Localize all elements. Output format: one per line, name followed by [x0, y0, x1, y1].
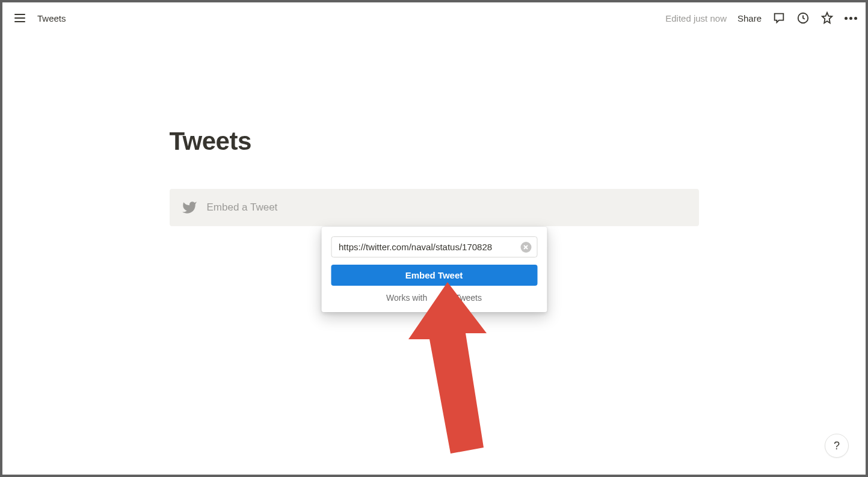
help-button[interactable]: ? [825, 434, 849, 458]
menu-icon[interactable] [14, 14, 25, 22]
updates-icon[interactable] [796, 11, 810, 25]
topbar-right: Edited just now Share [665, 11, 857, 25]
clear-input-icon[interactable] [520, 242, 531, 253]
page-title[interactable]: Tweets [170, 127, 699, 156]
popup-hint: Works with Tweets [331, 293, 537, 303]
url-input-wrapper [331, 236, 537, 257]
embed-popup: Embed Tweet Works with Tweets [321, 227, 547, 312]
comments-icon[interactable] [772, 11, 786, 25]
share-button[interactable]: Share [737, 13, 762, 23]
hint-prefix: Works with [386, 293, 427, 303]
more-icon[interactable] [845, 17, 857, 20]
page-content: Tweets Embed a Tweet [164, 127, 705, 226]
topbar: Tweets Edited just now Share [2, 2, 866, 34]
embed-tweet-button[interactable]: Embed Tweet [331, 265, 537, 286]
breadcrumb[interactable]: Tweets [37, 13, 66, 23]
twitter-icon [182, 200, 197, 215]
favorite-icon[interactable] [820, 11, 834, 25]
embed-placeholder: Embed a Tweet [207, 202, 278, 214]
edited-status: Edited just now [665, 13, 727, 23]
topbar-left: Tweets [14, 13, 66, 23]
tweet-url-input[interactable] [331, 236, 537, 257]
hint-suffix: Tweets [455, 293, 482, 303]
embed-tweet-block[interactable]: Embed a Tweet [170, 189, 699, 226]
